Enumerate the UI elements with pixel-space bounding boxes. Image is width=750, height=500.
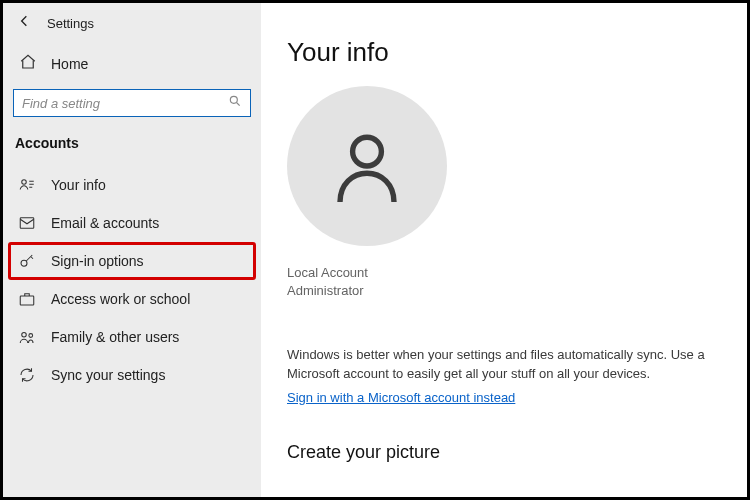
- home-label: Home: [51, 56, 88, 72]
- picture-heading: Create your picture: [287, 442, 721, 463]
- svg-point-5: [22, 333, 27, 338]
- sidebar: Settings Home Accounts Your info: [3, 3, 261, 497]
- home-icon: [19, 53, 37, 75]
- home-button[interactable]: Home: [3, 43, 261, 89]
- sidebar-item-your-info[interactable]: Your info: [9, 167, 255, 203]
- sidebar-item-sync[interactable]: Sync your settings: [9, 357, 255, 393]
- nav-list: Your info Email & accounts Sign-in optio…: [3, 165, 261, 393]
- sidebar-item-access-work[interactable]: Access work or school: [9, 281, 255, 317]
- sidebar-item-label: Family & other users: [51, 329, 179, 345]
- sidebar-item-label: Your info: [51, 177, 106, 193]
- svg-rect-4: [20, 296, 34, 305]
- mail-icon: [17, 214, 37, 232]
- svg-point-0: [230, 96, 237, 103]
- settings-window: Settings Home Accounts Your info: [0, 0, 750, 500]
- sync-icon: [17, 366, 37, 384]
- sync-blurb: Windows is better when your settings and…: [287, 346, 707, 384]
- sidebar-item-family[interactable]: Family & other users: [9, 319, 255, 355]
- sidebar-item-label: Sign-in options: [51, 253, 144, 269]
- search-field[interactable]: [13, 89, 251, 117]
- main-panel: Your info Local Account Administrator Wi…: [261, 3, 747, 497]
- person-card-icon: [17, 176, 37, 194]
- sidebar-item-signin-options[interactable]: Sign-in options: [9, 243, 255, 279]
- search-input[interactable]: [22, 96, 228, 111]
- svg-point-3: [21, 260, 27, 266]
- search-field-wrap: [3, 89, 261, 135]
- sidebar-item-email[interactable]: Email & accounts: [9, 205, 255, 241]
- user-icon: [322, 121, 412, 211]
- sidebar-item-label: Email & accounts: [51, 215, 159, 231]
- briefcase-icon: [17, 290, 37, 308]
- page-title: Your info: [287, 37, 721, 68]
- sidebar-item-label: Access work or school: [51, 291, 190, 307]
- svg-point-1: [22, 180, 27, 185]
- signin-microsoft-link[interactable]: Sign in with a Microsoft account instead: [287, 390, 515, 405]
- avatar: [287, 86, 447, 246]
- svg-point-6: [29, 334, 33, 338]
- sidebar-item-label: Sync your settings: [51, 367, 165, 383]
- people-icon: [17, 328, 37, 346]
- svg-rect-2: [20, 218, 34, 229]
- section-header: Accounts: [3, 135, 261, 165]
- svg-point-7: [353, 137, 382, 166]
- window-title: Settings: [47, 16, 94, 31]
- titlebar: Settings: [3, 9, 261, 43]
- account-role: Administrator: [287, 282, 721, 300]
- account-type: Local Account: [287, 264, 721, 282]
- back-icon[interactable]: [17, 13, 33, 33]
- search-icon: [228, 94, 242, 112]
- key-icon: [17, 252, 37, 270]
